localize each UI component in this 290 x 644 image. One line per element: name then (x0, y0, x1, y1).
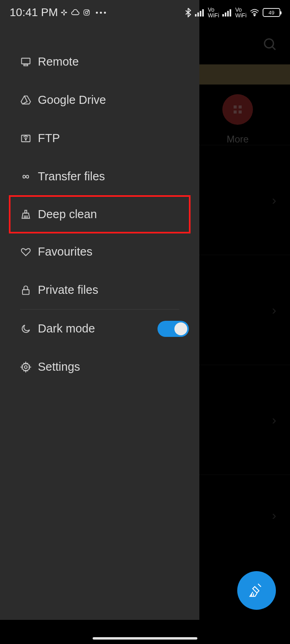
svg-point-26 (85, 11, 88, 14)
heart-icon (20, 246, 38, 258)
drawer-item-remote[interactable]: Remote (0, 43, 199, 81)
drawer-item-label: Remote (38, 55, 189, 68)
moon-icon (20, 323, 38, 334)
infinity-icon (20, 171, 38, 182)
drawer-item-label: FTP (38, 132, 189, 145)
svg-rect-22 (63, 13, 64, 16)
more-notifications-icon (96, 12, 106, 14)
svg-rect-21 (63, 10, 64, 12)
drawer-item-deep-clean[interactable]: Deep clean (9, 195, 191, 233)
svg-rect-8 (22, 58, 30, 64)
drawer-item-settings[interactable]: Settings (0, 348, 199, 386)
gear-icon (20, 361, 38, 373)
svg-point-27 (88, 10, 89, 11)
signal-icon (195, 8, 204, 17)
svg-line-20 (253, 593, 254, 596)
lock-icon (20, 285, 38, 296)
signal-icon (222, 8, 231, 17)
nav-handle[interactable] (93, 637, 197, 640)
vowifi-indicator: VoWiFi (208, 7, 219, 18)
drawer-item-label: Deep clean (38, 208, 187, 221)
svg-line-19 (251, 594, 252, 597)
svg-rect-18 (253, 586, 259, 593)
drawer-item-label: Transfer files (38, 170, 189, 183)
svg-rect-16 (23, 289, 29, 294)
broom-icon (20, 209, 38, 220)
broom-icon (248, 582, 265, 599)
svg-point-17 (25, 365, 27, 368)
drawer-item-label: Settings (38, 360, 189, 374)
navigation-drawer: Remote Google Drive FTP Transfer files D… (0, 0, 199, 620)
drawer-item-google-drive[interactable]: Google Drive (0, 81, 199, 119)
drawer-item-favourites[interactable]: Favourites (0, 233, 199, 271)
drawer-item-label: Favourites (38, 245, 189, 258)
slack-icon (60, 9, 68, 16)
ftp-icon (20, 133, 38, 144)
drawer-item-private-files[interactable]: Private files (0, 271, 199, 309)
drawer-item-label: Dark mode (38, 322, 157, 335)
clean-fab[interactable] (237, 571, 276, 610)
instagram-icon (83, 9, 90, 16)
drawer-item-transfer[interactable]: Transfer files (0, 157, 199, 196)
monitor-icon (20, 56, 38, 68)
battery-indicator: 49 (263, 8, 280, 17)
svg-rect-9 (24, 64, 27, 66)
svg-rect-23 (61, 12, 63, 13)
svg-point-28 (254, 15, 255, 16)
drive-icon (20, 95, 38, 106)
wifi-icon (250, 8, 259, 17)
svg-point-11 (25, 139, 26, 140)
drawer-item-label: Google Drive (38, 93, 189, 107)
svg-rect-24 (64, 12, 67, 13)
status-time: 10:41 PM (10, 6, 58, 19)
bluetooth-icon (184, 8, 192, 17)
drawer-item-ftp[interactable]: FTP (0, 119, 199, 157)
drawer-item-label: Private files (38, 283, 189, 297)
cloud-icon (71, 9, 80, 16)
vowifi-indicator: VoWiFi (235, 7, 246, 18)
status-bar: 10:41 PM VoWiFi VoWiFi 49 (0, 0, 290, 25)
dark-mode-toggle[interactable] (157, 321, 189, 337)
drawer-item-dark-mode[interactable]: Dark mode (0, 310, 199, 348)
